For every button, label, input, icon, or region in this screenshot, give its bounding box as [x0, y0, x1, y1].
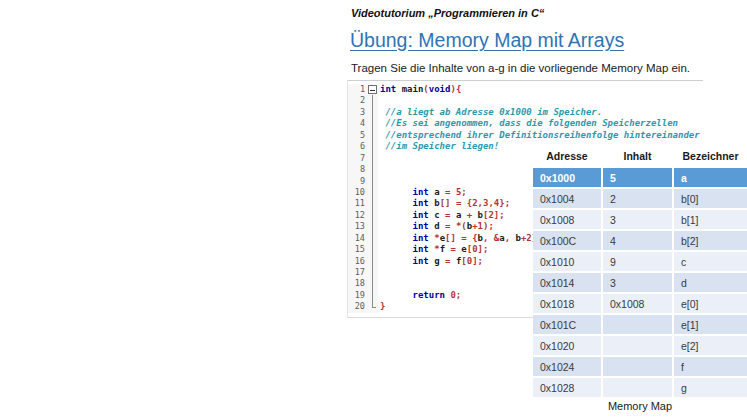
- line-number: 19: [348, 290, 367, 301]
- document-page: Videotutorium „Programmieren in C“ Übung…: [0, 0, 747, 420]
- code-text: int g = f[0];: [378, 256, 483, 267]
- line-number: 3: [348, 107, 367, 118]
- code-token: [2];: [483, 210, 505, 220]
- table-cell-adresse: 0x1024: [533, 357, 601, 376]
- code-token: int: [380, 84, 396, 94]
- code-text: //a liegt ab Adresse 0x1000 im Speicher.: [378, 107, 602, 118]
- code-token: [] = {2,3,4};: [440, 198, 510, 208]
- table-cell-inhalt: 5: [603, 168, 672, 187]
- fold-guide: [367, 233, 378, 244]
- code-token: f: [450, 256, 461, 266]
- fold-guide: [367, 95, 378, 106]
- table-cell-adresse: 0x1000: [533, 168, 601, 187]
- table-cell-adresse: 0x1010: [533, 252, 601, 271]
- code-token: 5;: [456, 187, 467, 197]
- line-number: 10: [348, 187, 367, 198]
- table-cell-inhalt: [603, 336, 672, 355]
- code-token: [380, 244, 413, 254]
- fold-guide: [367, 267, 378, 278]
- table-cell-bezeichner: c: [674, 252, 747, 271]
- code-fold-icon: [367, 84, 378, 95]
- line-number: 1: [348, 84, 367, 95]
- line-number: 12: [348, 210, 367, 221]
- code-text: //Es sei angenommen, dass die folgenden …: [378, 118, 678, 129]
- code-text: int *e[] = {b, &a, b+2};: [378, 233, 543, 244]
- code-text: [378, 176, 380, 187]
- code-text: [378, 153, 380, 164]
- code-token: void: [429, 84, 451, 94]
- code-token: [] = {: [445, 233, 478, 243]
- code-token: +1);: [472, 221, 494, 231]
- code-line: 3 //a liegt ab Adresse 0x1000 im Speiche…: [348, 107, 703, 118]
- table-cell-adresse: 0x100C: [533, 231, 601, 250]
- table-cell-bezeichner: f: [674, 357, 747, 376]
- code-token: [380, 221, 413, 231]
- fold-guide: [367, 187, 378, 198]
- column-header: Bezeichner: [674, 145, 747, 166]
- code-text: //im Speicher liegen!: [378, 141, 499, 152]
- code-token: int: [413, 244, 429, 254]
- table-cell-adresse: 0x1020: [533, 336, 601, 355]
- code-token: [380, 233, 413, 243]
- line-number: 2: [348, 95, 367, 106]
- code-token: [380, 256, 413, 266]
- fold-guide: [367, 176, 378, 187]
- table-cell-adresse: 0x1004: [533, 189, 601, 208]
- fold-guide: [367, 107, 378, 118]
- line-number: 4: [348, 118, 367, 129]
- code-token: int: [413, 187, 429, 197]
- code-token: [0];: [461, 256, 483, 266]
- table-cell-bezeichner: g: [674, 378, 747, 397]
- memory-map-table: AdresseInhaltBezeichner0x10005a0x10042b[…: [533, 145, 747, 397]
- table-cell-bezeichner: e[0]: [674, 294, 747, 313]
- fold-guide: [367, 118, 378, 129]
- table-cell-inhalt: 3: [603, 210, 672, 229]
- table-cell-inhalt: 0x1008: [603, 294, 672, 313]
- fold-guide: [367, 153, 378, 164]
- code-token: 0;: [450, 290, 461, 300]
- code-token: return: [413, 290, 446, 300]
- fold-guide: [367, 301, 378, 312]
- table-caption: Memory Map: [533, 400, 747, 412]
- table-cell-inhalt: 9: [603, 252, 672, 271]
- line-number: 5: [348, 130, 367, 141]
- line-number: 20: [348, 301, 367, 312]
- line-number: 7: [348, 153, 367, 164]
- line-number: 16: [348, 256, 367, 267]
- code-line: 2: [348, 95, 703, 106]
- fold-guide: [367, 210, 378, 221]
- code-text: int main(void){: [378, 84, 461, 95]
- code-token: = *(: [445, 221, 467, 231]
- code-text: int d = *(b+1);: [378, 221, 494, 232]
- code-token: //Es sei angenommen, dass die folgenden …: [385, 118, 678, 128]
- code-token: //im Speicher liegen!: [385, 141, 499, 151]
- code-text: //entsprechend ihrer Definitionsreihenfo…: [378, 130, 700, 141]
- fold-guide: [367, 164, 378, 175]
- code-text: int b[] = {2,3,4};: [378, 198, 510, 209]
- line-number: 17: [348, 267, 367, 278]
- code-token: a: [429, 187, 445, 197]
- code-token: *: [429, 244, 440, 254]
- code-text: int a = 5;: [378, 187, 467, 198]
- code-token: int: [413, 233, 429, 243]
- table-cell-bezeichner: d: [674, 273, 747, 292]
- table-cell-inhalt: [603, 357, 672, 376]
- code-token: b: [429, 198, 440, 208]
- code-token: }: [380, 301, 385, 311]
- table-cell-adresse: 0x1014: [533, 273, 601, 292]
- code-text: int *f = e[0];: [378, 244, 488, 255]
- fold-guide: [367, 278, 378, 289]
- table-cell-bezeichner: b[2]: [674, 231, 747, 250]
- code-token: main: [396, 84, 423, 94]
- fold-guide: [367, 256, 378, 267]
- code-text: int c = a + b[2];: [378, 210, 505, 221]
- page-title: Übung: Memory Map mit Arrays: [350, 29, 624, 52]
- line-number: 13: [348, 221, 367, 232]
- code-text: }: [378, 301, 385, 312]
- code-token: , &: [483, 233, 499, 243]
- line-number: 14: [348, 233, 367, 244]
- column-header: Adresse: [533, 145, 601, 166]
- code-token: [380, 198, 413, 208]
- code-line: 5 //entsprechend ihrer Definitionsreihen…: [348, 130, 703, 141]
- fold-guide: [367, 290, 378, 301]
